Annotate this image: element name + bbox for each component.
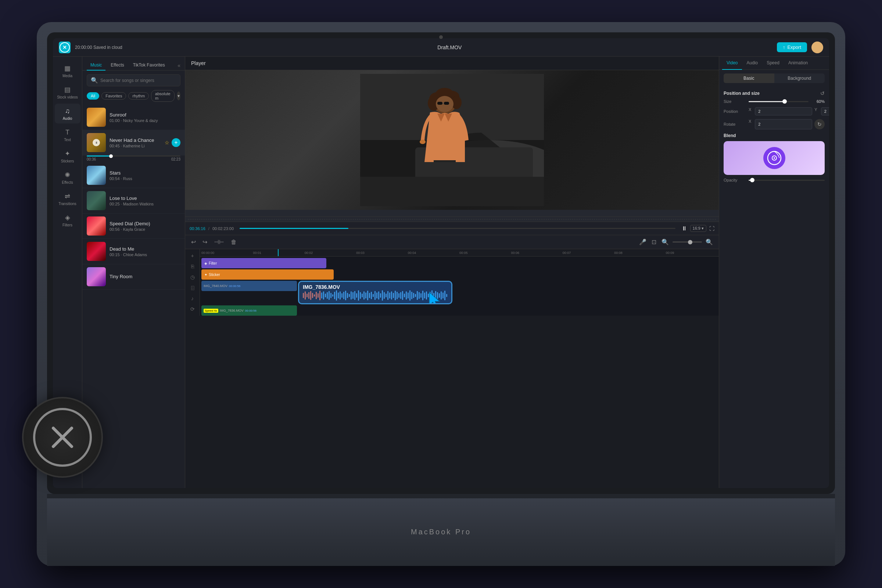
svg-rect-50 bbox=[363, 291, 364, 300]
tl-copy-button[interactable]: ⎘ bbox=[187, 261, 198, 271]
sidebar-item-stock[interactable]: ▤ Stock videos bbox=[55, 82, 81, 102]
mic-button[interactable]: 🎤 bbox=[638, 237, 648, 247]
tab-animation[interactable]: Animation bbox=[784, 57, 812, 70]
sidebar-item-stickers[interactable]: ✦ Stickers bbox=[55, 146, 81, 166]
list-item[interactable]: Stars 00:54 · Russ bbox=[82, 163, 185, 188]
favorite-button[interactable]: ☆ bbox=[165, 140, 170, 146]
aspect-ratio-button[interactable]: 16:9 ▾ bbox=[690, 225, 706, 232]
size-slider-thumb[interactable] bbox=[782, 99, 787, 104]
sidebar-item-media[interactable]: ▦ Media bbox=[55, 61, 81, 81]
add-song-button[interactable]: + bbox=[172, 138, 180, 147]
tl-timer-button[interactable]: ◷ bbox=[187, 272, 198, 282]
svg-rect-16 bbox=[434, 160, 456, 162]
subtab-background[interactable]: Background bbox=[774, 74, 825, 83]
track-video-1[interactable]: IMG_7840.MOV 00:00:56 bbox=[201, 281, 297, 291]
sidebar-item-audio[interactable]: ♫ Audio bbox=[55, 104, 81, 123]
sidebar-item-filters[interactable]: ◈ Filters bbox=[55, 210, 81, 230]
position-xy: X Y bbox=[748, 107, 829, 116]
list-item[interactable]: Dead to Me 00:15 · Chloe Adams bbox=[82, 239, 185, 264]
position-label: Position bbox=[724, 109, 746, 114]
redo-button[interactable]: ↪ bbox=[201, 237, 209, 247]
list-item[interactable]: Lose to Love 00:25 · Madison Watkins bbox=[82, 188, 185, 213]
progress-track bbox=[87, 156, 180, 156]
svg-rect-41 bbox=[347, 293, 348, 298]
music-search-box[interactable]: 🔍 bbox=[87, 74, 180, 86]
svg-rect-25 bbox=[318, 293, 319, 298]
song-thumbnail bbox=[87, 191, 106, 210]
opacity-thumb[interactable] bbox=[750, 178, 754, 182]
delete-button[interactable]: 🗑 bbox=[230, 237, 238, 247]
filter-all[interactable]: All bbox=[87, 92, 99, 100]
sidebar-item-effects[interactable]: ✺ Effects bbox=[55, 168, 81, 188]
screen-bezel: ✕ 20:00:00 Saved in cloud Draft.MOV ↑ Ex… bbox=[47, 32, 835, 494]
tab-video[interactable]: Video bbox=[722, 57, 742, 70]
filter-more-button[interactable]: ▾ bbox=[177, 92, 180, 100]
tl-volume-button[interactable]: ♪ bbox=[187, 294, 198, 303]
track-filter[interactable]: ◈ Filter bbox=[201, 258, 326, 268]
list-item[interactable]: Speed Dial (Demo) 00:56 · Kayla Grace bbox=[82, 213, 185, 239]
svg-rect-59 bbox=[380, 293, 381, 298]
svg-rect-56 bbox=[375, 291, 376, 300]
scrub-bar[interactable] bbox=[185, 216, 719, 222]
tl-add-button[interactable]: + bbox=[187, 250, 198, 261]
rotate-x-input[interactable] bbox=[755, 119, 812, 129]
scrub-pattern bbox=[188, 219, 716, 220]
pause-button[interactable]: ⏸ bbox=[681, 225, 687, 232]
svg-rect-23 bbox=[314, 294, 315, 297]
list-item[interactable]: Tiny Room bbox=[82, 264, 185, 290]
split-button[interactable]: ⊣⊢ bbox=[212, 237, 226, 247]
tl-image-button[interactable]: ⌹ bbox=[187, 283, 198, 293]
zoom-thumb[interactable] bbox=[688, 240, 692, 244]
list-item[interactable]: ⏸ Never Had a Chance 00:45 · Katherine L… bbox=[82, 130, 185, 156]
collapse-panel-button[interactable]: « bbox=[177, 63, 180, 68]
song-info: Never Had a Chance 00:45 · Katherine Li bbox=[110, 138, 161, 148]
sticker-label: Sticker bbox=[209, 273, 220, 277]
tab-tiktok[interactable]: TikTok Favorites bbox=[129, 60, 169, 70]
progress-thumb[interactable] bbox=[109, 154, 113, 158]
filter-absolute[interactable]: absolute m bbox=[151, 90, 175, 102]
rotate-dial[interactable]: ↻ bbox=[814, 119, 825, 129]
playback-timeline[interactable] bbox=[240, 228, 675, 229]
sidebar-item-text[interactable]: T Text bbox=[55, 125, 81, 145]
zoom-slider[interactable] bbox=[672, 242, 702, 243]
playhead[interactable] bbox=[278, 249, 279, 256]
playback-fill bbox=[240, 228, 348, 229]
tab-speed[interactable]: Speed bbox=[762, 57, 784, 70]
filters-label: Filters bbox=[63, 223, 72, 227]
zoom-in-button[interactable]: 🔍 bbox=[704, 237, 714, 247]
sticker-icon: ✦ bbox=[204, 273, 207, 277]
fullscreen-button[interactable]: ⛶ bbox=[709, 226, 714, 231]
tab-audio[interactable]: Audio bbox=[742, 57, 762, 70]
tl-more-button[interactable]: ⟳ bbox=[187, 304, 198, 314]
track-sticker[interactable]: ✦ Sticker bbox=[201, 269, 334, 280]
filter-rhythm[interactable]: rhythm bbox=[128, 92, 149, 100]
zoom-out-button[interactable]: 🔍 bbox=[660, 237, 670, 247]
main-content: ▦ Media ▤ Stock videos ♫ Audio T Text bbox=[53, 57, 829, 488]
position-x-input[interactable] bbox=[755, 107, 812, 116]
song-progress: 00:36 02:23 bbox=[87, 156, 180, 161]
track-video-2[interactable]: Speed 4x IMG_7836.MOV 00:00:56 bbox=[201, 305, 297, 316]
export-button[interactable]: ↑ Export bbox=[777, 42, 807, 52]
fx-button[interactable]: ⊡ bbox=[650, 237, 658, 247]
tab-effects[interactable]: Effects bbox=[107, 60, 128, 70]
position-y-input[interactable] bbox=[821, 107, 829, 116]
svg-rect-33 bbox=[332, 294, 333, 297]
list-item[interactable]: Sunroof 01:00 · Nicky Youre & dazy bbox=[82, 105, 185, 130]
sidebar-item-transitions[interactable]: ⇌ Transitions bbox=[55, 189, 81, 209]
size-slider[interactable] bbox=[748, 101, 808, 102]
search-input[interactable] bbox=[100, 78, 176, 83]
video-tooltip-box[interactable]: IMG_7836.MOV // Waveform bars generated … bbox=[298, 281, 452, 304]
subtab-basic[interactable]: Basic bbox=[724, 74, 774, 83]
blend-preview-box bbox=[724, 141, 825, 175]
reset-position-button[interactable]: ↺ bbox=[820, 90, 825, 96]
tab-music[interactable]: Music bbox=[87, 60, 105, 70]
opacity-slider[interactable] bbox=[748, 180, 825, 181]
progress-time: 00:36 02:23 bbox=[87, 157, 180, 161]
filter-favorites[interactable]: Favorites bbox=[101, 92, 126, 100]
svg-marker-97 bbox=[429, 292, 440, 304]
svg-rect-34 bbox=[334, 292, 335, 299]
undo-button[interactable]: ↩ bbox=[190, 237, 197, 247]
player-scrub[interactable]: // Generate scrub dots inline - done via… bbox=[185, 210, 719, 216]
user-avatar[interactable] bbox=[812, 42, 823, 53]
macbook-shell: ✕ 20:00:00 Saved in cloud Draft.MOV ↑ Ex… bbox=[37, 22, 845, 566]
